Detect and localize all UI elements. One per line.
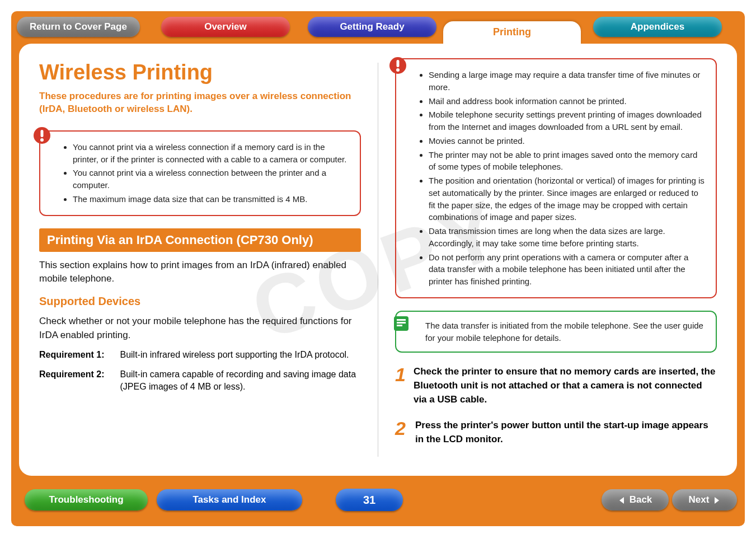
note-icon	[392, 314, 411, 333]
requirement-row: Requirement 1: Built-in infrared wireles…	[39, 349, 361, 361]
step-text: Press the printer's power button until t…	[415, 419, 717, 446]
bottom-nav: Troubleshooting Tasks and Index 31 Back …	[11, 489, 745, 516]
right-column: Sending a large image may require a data…	[395, 58, 717, 459]
nav-label: Printing	[493, 26, 531, 38]
alert-icon	[388, 56, 407, 75]
svg-point-5	[396, 68, 400, 72]
warning-right-item: Movies cannot be printed.	[429, 135, 706, 147]
nav-getting-ready[interactable]: Getting Ready	[308, 17, 436, 37]
warning-left-item: The maximum image data size that can be …	[73, 193, 350, 205]
requirement-label: Requirement 1:	[39, 349, 118, 361]
btn-back[interactable]: Back	[602, 489, 669, 510]
section-intro: This section explains how to print image…	[39, 259, 361, 286]
nav-label: Return to Cover Page	[30, 21, 127, 32]
step-row: 1 Check the printer to ensure that no me…	[395, 365, 717, 406]
requirement-row: Requirement 2: Built-in camera capable o…	[39, 368, 361, 394]
requirement-label: Requirement 2:	[39, 368, 118, 381]
warning-right-item: The printer may not be able to print ima…	[429, 149, 706, 174]
step-row: 2 Press the printer's power button until…	[395, 419, 717, 446]
btn-label: Next	[689, 494, 710, 505]
warning-right-item: Data transmission times are long when th…	[429, 225, 706, 250]
page-title: Wireless Printing	[39, 60, 361, 85]
btn-label: Tasks and Index	[192, 494, 266, 505]
step-number: 1	[395, 365, 406, 406]
svg-marker-11	[715, 497, 719, 504]
content-panel: COPY Wireless Printing These procedures …	[19, 44, 737, 476]
nav-label: Getting Ready	[340, 21, 404, 32]
step-number: 2	[395, 419, 407, 446]
warning-left-item: You cannot print via a wireless connecti…	[73, 167, 350, 191]
top-nav: Return to Cover Page Overview Getting Re…	[11, 17, 745, 39]
page-lede: These procedures are for printing images…	[39, 90, 353, 116]
warning-left-item: You cannot print via a wireless connecti…	[73, 141, 350, 166]
warning-right-item: Sending a large image may require a data…	[429, 69, 706, 93]
note-text: The data transfer is initiated from the …	[425, 321, 703, 343]
supported-devices-text: Check whether or not your mobile telepho…	[39, 315, 361, 342]
svg-rect-1	[41, 130, 44, 137]
svg-point-2	[40, 138, 44, 142]
left-column: Wireless Printing These procedures are f…	[39, 60, 361, 459]
warning-callout-right: Sending a large image may require a data…	[395, 58, 717, 298]
triangle-left-icon	[618, 496, 626, 504]
svg-rect-8	[397, 322, 406, 324]
svg-rect-9	[397, 325, 402, 326]
nav-label: Overview	[204, 21, 247, 32]
btn-troubleshooting[interactable]: Troubleshooting	[25, 489, 148, 510]
note-callout: The data transfer is initiated from the …	[395, 311, 717, 353]
subheading-supported-devices: Supported Devices	[39, 295, 361, 308]
step-text: Check the printer to ensure that no memo…	[414, 365, 717, 406]
nav-overview[interactable]: Overview	[161, 17, 290, 37]
warning-right-list: Sending a large image may require a data…	[419, 69, 706, 288]
warning-right-item: Do not perform any print operations with…	[429, 251, 706, 288]
btn-label: Back	[630, 494, 652, 505]
section-heading: Printing Via an IrDA Connection (CP730 O…	[39, 228, 361, 252]
btn-tasks-index[interactable]: Tasks and Index	[157, 489, 302, 510]
page-number-value: 31	[363, 494, 375, 506]
requirement-value: Built-in camera capable of recording and…	[120, 368, 358, 394]
warning-right-item: Mobile telephone security settings preve…	[429, 109, 706, 133]
warning-left-list: You cannot print via a wireless connecti…	[63, 141, 350, 205]
nav-label: Appendices	[631, 21, 684, 32]
triangle-right-icon	[712, 496, 720, 504]
warning-right-item: Mail and address book information cannot…	[429, 95, 706, 107]
svg-marker-10	[619, 497, 624, 504]
svg-rect-7	[397, 319, 406, 321]
column-divider	[378, 63, 378, 457]
page-number: 31	[336, 489, 403, 511]
nav-appendices[interactable]: Appendices	[593, 17, 722, 37]
nav-return-cover[interactable]: Return to Cover Page	[17, 17, 140, 37]
btn-next[interactable]: Next	[672, 489, 737, 510]
svg-rect-4	[397, 60, 400, 67]
warning-callout-left: You cannot print via a wireless connecti…	[39, 130, 361, 216]
warning-right-item: The position and orientation (horizontal…	[429, 175, 706, 223]
btn-label: Troubleshooting	[49, 494, 123, 505]
alert-icon	[32, 126, 51, 145]
requirement-value: Built-in infrared wireless port supporti…	[120, 349, 358, 361]
